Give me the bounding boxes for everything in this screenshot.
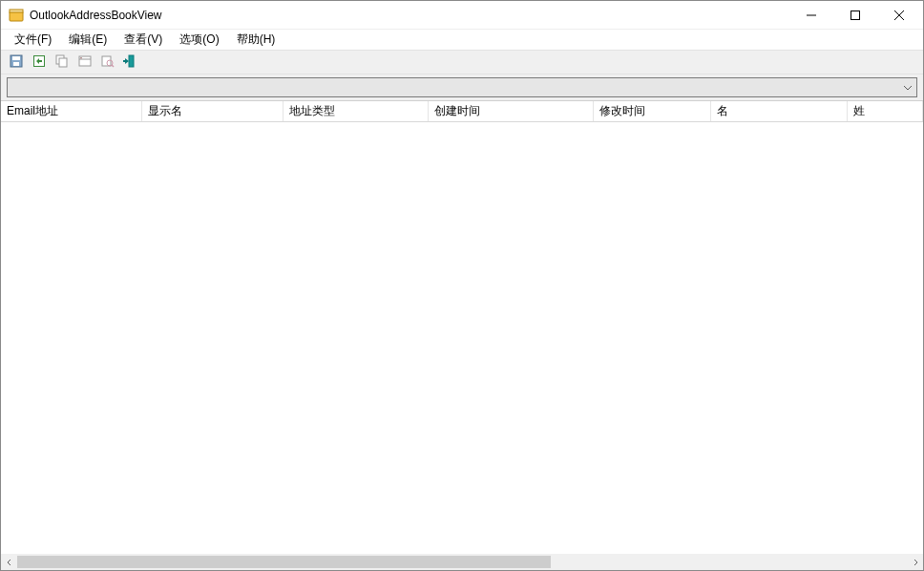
refresh-icon — [32, 53, 47, 72]
window-controls — [789, 1, 921, 29]
toolbar — [1, 50, 923, 74]
save-button[interactable] — [7, 53, 26, 72]
menu-options[interactable]: 选项(O) — [172, 31, 226, 49]
chevron-down-icon — [899, 79, 915, 95]
svg-rect-11 — [59, 58, 67, 67]
menu-file[interactable]: 文件(F) — [7, 31, 59, 49]
svg-rect-18 — [129, 55, 134, 67]
menu-view[interactable]: 查看(V) — [116, 31, 170, 49]
find-button[interactable] — [98, 53, 117, 72]
svg-line-17 — [112, 65, 114, 67]
scroll-right-arrow-icon[interactable] — [907, 554, 923, 570]
app-icon — [9, 8, 24, 23]
exit-icon — [123, 53, 138, 72]
address-book-selector-row — [1, 74, 923, 101]
exit-button[interactable] — [121, 53, 140, 72]
address-listview: Email地址 显示名 地址类型 创建时间 修改时间 名 姓 — [1, 101, 923, 570]
close-button[interactable] — [877, 1, 921, 29]
svg-rect-1 — [10, 10, 23, 12]
svg-rect-15 — [102, 56, 111, 66]
save-icon — [9, 53, 24, 72]
column-header-lastname[interactable]: 姓 — [848, 101, 923, 121]
minimize-button[interactable] — [789, 1, 833, 29]
address-book-combobox[interactable] — [7, 77, 917, 97]
column-header-displayname[interactable]: 显示名 — [142, 101, 284, 121]
menubar: 文件(F) 编辑(E) 查看(V) 选项(O) 帮助(H) — [1, 30, 923, 50]
column-header-email[interactable]: Email地址 — [1, 101, 142, 121]
svg-rect-8 — [13, 62, 19, 66]
menu-edit[interactable]: 编辑(E) — [61, 31, 115, 49]
menu-help[interactable]: 帮助(H) — [229, 31, 284, 49]
column-header-addresstype[interactable]: 地址类型 — [284, 101, 430, 121]
properties-button[interactable] — [75, 53, 94, 72]
maximize-button[interactable] — [833, 1, 877, 29]
copy-button[interactable] — [52, 53, 72, 72]
find-icon — [100, 53, 116, 72]
horizontal-scrollbar[interactable] — [1, 554, 923, 570]
svg-rect-3 — [851, 11, 860, 19]
scrollbar-track[interactable] — [17, 554, 907, 570]
window-title: OutlookAddressBookView — [30, 9, 789, 22]
properties-icon — [77, 53, 93, 72]
copy-icon — [54, 53, 70, 72]
svg-rect-7 — [12, 56, 20, 60]
scrollbar-thumb[interactable] — [17, 556, 551, 568]
svg-rect-14 — [80, 57, 82, 59]
column-header-firstname[interactable]: 名 — [711, 101, 848, 121]
column-header-created[interactable]: 创建时间 — [429, 101, 593, 121]
listview-body[interactable] — [1, 122, 923, 554]
column-header-modified[interactable]: 修改时间 — [594, 101, 711, 121]
titlebar: OutlookAddressBookView — [1, 1, 923, 30]
scroll-left-arrow-icon[interactable] — [1, 554, 17, 570]
listview-header: Email地址 显示名 地址类型 创建时间 修改时间 名 姓 — [1, 101, 923, 122]
refresh-button[interactable] — [30, 53, 49, 72]
